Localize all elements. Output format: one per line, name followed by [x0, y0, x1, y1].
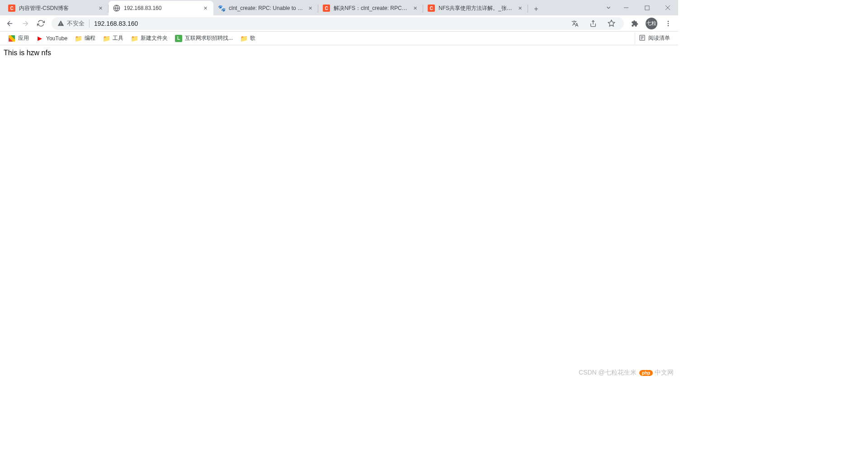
csdn-icon: C — [8, 5, 15, 12]
window-controls — [601, 0, 678, 15]
new-tab-button[interactable]: + — [530, 3, 542, 15]
bookmark-folder-music[interactable]: 📁 歌 — [236, 33, 259, 44]
bookmark-label: 互联网求职招聘找... — [185, 34, 233, 42]
translate-icon[interactable] — [568, 16, 582, 31]
reading-list-button[interactable]: 阅读清单 — [635, 33, 674, 44]
tab-title: 内容管理-CSDN博客 — [19, 5, 94, 12]
globe-icon — [113, 5, 120, 12]
bookmark-jobs[interactable]: L 互联网求职招聘找... — [171, 33, 236, 44]
apps-icon — [8, 35, 15, 42]
bookmark-label: 新建文件夹 — [141, 34, 168, 42]
bookmark-label: 工具 — [113, 34, 123, 42]
svg-point-7 — [668, 23, 669, 24]
reload-button[interactable] — [33, 16, 48, 31]
csdn-icon: C — [428, 5, 435, 12]
svg-point-8 — [668, 25, 669, 26]
close-icon[interactable]: ✕ — [202, 5, 209, 12]
csdn-icon: C — [323, 5, 330, 12]
profile-avatar[interactable]: 七粒 — [646, 18, 657, 29]
browser-tab-1[interactable]: 192.168.83.160 ✕ — [108, 1, 213, 15]
window-close-button[interactable] — [657, 1, 678, 14]
browser-tab-3[interactable]: C 解决NFS：clnt_create: RPC: Po ✕ — [318, 1, 423, 15]
watermark: CSDN @七粒花生米 php 中文网 — [579, 369, 674, 377]
reading-list-icon — [639, 34, 646, 43]
url-display: 192.168.83.160 — [94, 20, 138, 27]
bookmarks-bar: 应用 ▶ YouTube 📁 编程 📁 工具 📁 新建文件夹 L 互联网求职招聘… — [0, 32, 678, 45]
menu-icon[interactable] — [661, 16, 675, 31]
tab-strip: C 内容管理-CSDN博客 ✕ 192.168.83.160 ✕ 🐾 clnt_… — [0, 0, 678, 15]
bookmark-folder-programming[interactable]: 📁 编程 — [71, 33, 99, 44]
bookmark-folder-new[interactable]: 📁 新建文件夹 — [127, 33, 171, 44]
php-badge: php — [639, 370, 653, 376]
minimize-button[interactable] — [616, 1, 637, 14]
bookmark-apps[interactable]: 应用 — [5, 33, 33, 44]
tab-title: NFS共享使用方法详解。_张必安 — [439, 5, 514, 12]
bookmark-folder-tools[interactable]: 📁 工具 — [99, 33, 127, 44]
folder-icon: 📁 — [240, 35, 247, 42]
browser-tab-0[interactable]: C 内容管理-CSDN博客 ✕ — [4, 1, 108, 15]
back-button[interactable] — [3, 16, 17, 31]
maximize-button[interactable] — [637, 1, 657, 14]
svg-point-6 — [668, 21, 669, 22]
bookmark-label: 歌 — [250, 34, 255, 42]
folder-icon: 📁 — [103, 35, 110, 42]
close-icon[interactable]: ✕ — [97, 5, 104, 12]
bookmark-label: 编程 — [85, 34, 95, 42]
extensions-icon[interactable] — [627, 16, 642, 31]
tab-title: 解决NFS：clnt_create: RPC: Po — [334, 5, 409, 12]
bookmark-youtube[interactable]: ▶ YouTube — [33, 33, 71, 44]
svg-marker-5 — [608, 20, 614, 26]
folder-icon: 📁 — [75, 35, 82, 42]
liepin-icon: L — [175, 35, 182, 42]
browser-tab-4[interactable]: C NFS共享使用方法详解。_张必安 ✕ — [423, 1, 528, 15]
bookmark-label: 应用 — [18, 34, 29, 42]
security-status: 不安全 — [67, 19, 90, 28]
watermark-csdn: CSDN @七粒花生米 — [579, 369, 637, 377]
folder-icon: 📁 — [131, 35, 138, 42]
close-icon[interactable]: ✕ — [411, 5, 419, 12]
close-icon[interactable]: ✕ — [516, 5, 524, 12]
browser-toolbar: 不安全 192.168.83.160 七粒 — [0, 15, 678, 32]
forward-button[interactable] — [18, 16, 33, 31]
address-bar[interactable]: 不安全 192.168.83.160 — [52, 17, 624, 30]
svg-rect-2 — [645, 5, 649, 9]
youtube-icon: ▶ — [36, 35, 43, 42]
close-icon[interactable]: ✕ — [307, 5, 314, 12]
share-icon[interactable] — [586, 16, 600, 31]
page-content: This is hzw nfs — [0, 45, 678, 61]
tab-title: clnt_create: RPC: Unable to rec — [229, 5, 304, 11]
bookmark-label: YouTube — [46, 35, 67, 42]
reading-list-label: 阅读清单 — [648, 34, 670, 42]
not-secure-icon — [57, 20, 64, 27]
tab-title: 192.168.83.160 — [124, 5, 199, 11]
bookmark-star-icon[interactable] — [604, 16, 618, 31]
browser-tab-2[interactable]: 🐾 clnt_create: RPC: Unable to rec ✕ — [213, 1, 318, 15]
search-tabs-button[interactable] — [601, 1, 616, 14]
watermark-cn: 中文网 — [655, 369, 674, 376]
baidu-icon: 🐾 — [218, 5, 225, 12]
